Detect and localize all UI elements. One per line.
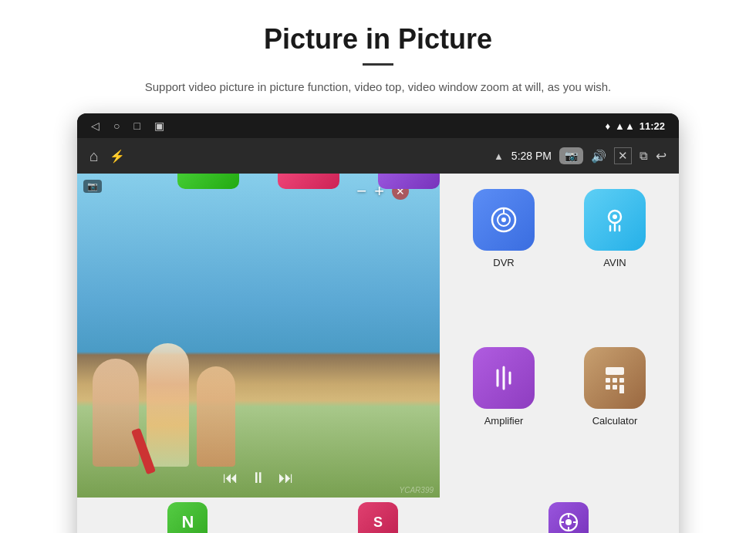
pip-top-bar: 📷	[83, 180, 102, 193]
svg-rect-13	[606, 378, 610, 383]
fast-forward-button[interactable]: ⏭	[278, 469, 294, 487]
wheelkey-partial-icon	[378, 174, 440, 189]
status-bar-right: ♦ ▲▲ 11:22	[605, 120, 665, 132]
apps-grid: DVR AVIN	[440, 174, 679, 498]
svg-rect-15	[619, 378, 624, 383]
status-bar: ◁ ○ □ ▣ ♦ ▲▲ 11:22	[77, 113, 679, 138]
netflix-partial-icon	[177, 174, 239, 189]
dvr-svg	[488, 204, 519, 235]
app-amplifier[interactable]: Amplifier	[452, 339, 555, 490]
return-icon[interactable]: ↩	[656, 148, 667, 164]
pip-minus-button[interactable]: −	[356, 181, 366, 201]
screenshot-icon[interactable]: ▣	[154, 120, 164, 132]
bottom-app-items: N Netflix S SiriusXM	[77, 502, 679, 533]
pip-playback-controls[interactable]: ⏮ ⏸ ⏭	[223, 469, 294, 487]
svg-rect-12	[606, 367, 624, 375]
avin-icon-box	[584, 189, 646, 251]
wifi-icon: ▲▲	[615, 120, 635, 132]
rewind-button[interactable]: ⏮	[223, 469, 238, 487]
main-content: YCAR399 📷 − + ✕ ⏮ ⏸ ⏭	[77, 174, 679, 498]
siriusxm-icon-box: S	[358, 502, 398, 533]
svg-rect-17	[613, 385, 617, 390]
svg-rect-18	[619, 385, 624, 393]
video-area[interactable]: YCAR399 📷 − + ✕ ⏮ ⏸ ⏭	[77, 174, 440, 498]
dvr-label: DVR	[493, 257, 514, 268]
recents-icon[interactable]: □	[133, 120, 140, 132]
dvr-icon-box	[473, 189, 535, 251]
page-wrapper: Picture in Picture Support video picture…	[0, 0, 756, 533]
bottom-app-netflix[interactable]: N Netflix	[137, 502, 238, 533]
app-dvr[interactable]: DVR	[452, 181, 555, 332]
app-bar-left: ⌂ ⚡	[89, 147, 125, 165]
close-icon[interactable]: ✕	[614, 147, 632, 164]
location-icon: ♦	[605, 120, 610, 132]
volume-icon[interactable]: 🔊	[591, 149, 606, 164]
wheelkey-svg	[558, 511, 579, 533]
amplifier-label: Amplifier	[484, 415, 524, 427]
netflix-icon-box: N	[167, 502, 208, 533]
netflix-n: N	[181, 512, 194, 532]
back-icon[interactable]: ◁	[91, 120, 100, 132]
app-bar-right: ▲ 5:28 PM 📷 🔊 ✕ ⧉ ↩	[494, 147, 667, 164]
bottom-nav-row: N Netflix S SiriusXM	[77, 498, 679, 533]
bottom-app-wheelkey[interactable]: Wheelkey Study	[518, 502, 619, 533]
svg-point-5	[613, 214, 617, 219]
svg-rect-14	[613, 378, 617, 383]
title-divider	[363, 63, 393, 66]
calculator-icon-box	[584, 347, 646, 409]
home-icon[interactable]: ⌂	[89, 147, 99, 165]
page-title: Picture in Picture	[264, 23, 492, 56]
app-calculator[interactable]: Calculator	[563, 339, 667, 490]
status-bar-left: ◁ ○ □ ▣	[91, 120, 164, 132]
bottom-app-siriusxm[interactable]: S SiriusXM	[328, 502, 428, 533]
svg-rect-16	[606, 385, 610, 390]
calculator-label: Calculator	[592, 415, 638, 427]
page-subtitle: Support video picture in picture functio…	[145, 78, 611, 96]
siriusxm-s: S	[373, 514, 383, 531]
wifi-status-icon: ▲	[494, 150, 504, 162]
play-pause-button[interactable]: ⏸	[251, 469, 266, 487]
app-avin[interactable]: AVIN	[563, 181, 667, 332]
status-time: 11:22	[640, 120, 665, 132]
amplifier-icon-box	[473, 347, 535, 409]
app-bar-time: 5:28 PM	[511, 150, 552, 162]
device-frame: ◁ ○ □ ▣ ♦ ▲▲ 11:22 ⌂ ⚡ ▲ 5:28 PM 📷 🔊	[77, 113, 679, 533]
calculator-svg	[599, 363, 630, 393]
app-bar: ⌂ ⚡ ▲ 5:28 PM 📷 🔊 ✕ ⧉ ↩	[77, 138, 679, 174]
usb-icon: ⚡	[110, 149, 125, 164]
avin-label: AVIN	[603, 257, 626, 268]
pip-icon[interactable]: ⧉	[640, 149, 648, 163]
wheelkey-icon-box	[548, 502, 589, 533]
amplifier-svg	[488, 363, 519, 393]
home-circle-icon[interactable]: ○	[113, 120, 120, 132]
svg-point-2	[501, 218, 506, 222]
pip-overlay: 📷 − + ✕ ⏮ ⏸ ⏭	[77, 174, 440, 498]
siriusxm-partial-icon	[278, 174, 339, 189]
camera-icon[interactable]: 📷	[559, 147, 583, 164]
svg-point-20	[565, 519, 572, 525]
avin-svg	[599, 204, 630, 235]
pip-camera-icon: 📷	[83, 180, 102, 193]
